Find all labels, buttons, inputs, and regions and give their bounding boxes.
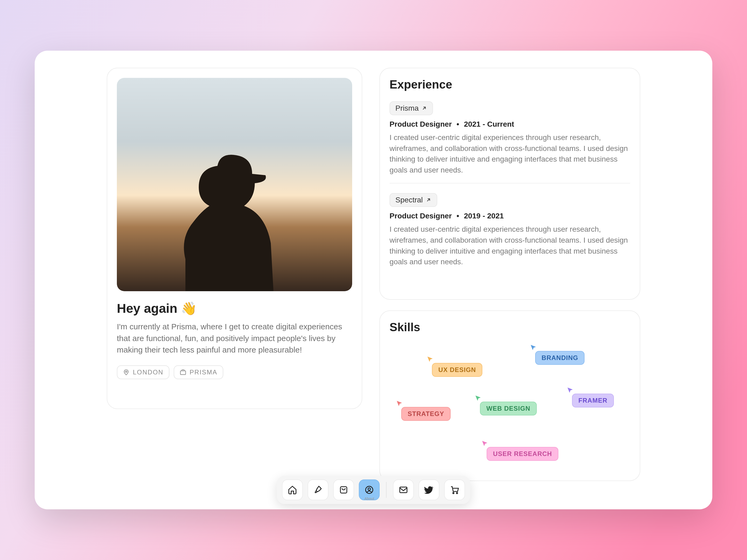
role-period: 2021 - Current [464, 120, 514, 128]
person-silhouette [153, 121, 292, 291]
skill-tag-web[interactable]: WEB DESIGN [480, 402, 537, 416]
experience-card: Experience Prisma Product Designer • 202… [379, 68, 640, 300]
company-link[interactable]: Prisma [389, 101, 433, 115]
external-link-icon [426, 197, 431, 203]
role-title: Product Designer [389, 212, 452, 220]
cursor-icon [474, 395, 482, 402]
profile-description: I'm currently at Prisma, where I get to … [117, 321, 352, 356]
dock-divider [386, 482, 387, 498]
nav-about[interactable]: About [359, 479, 380, 500]
skills-card: Skills UX DESIGN BRANDING STRATEGY WEB D… [379, 311, 640, 481]
skill-tag-framer[interactable]: FRAMER [572, 394, 614, 407]
profile-card: Hey again 👋 I'm currently at Prisma, whe… [107, 68, 362, 409]
experience-description: I created user-centric digital experienc… [389, 224, 630, 267]
bag-icon [339, 485, 349, 495]
svg-point-7 [457, 492, 458, 494]
cursor-icon [530, 344, 537, 351]
skill-tag-strategy[interactable]: STRATEGY [401, 407, 450, 421]
svg-point-4 [368, 488, 370, 490]
company-name: Spectral [395, 196, 423, 204]
app-window: Hey again 👋 I'm currently at Prisma, whe… [35, 51, 712, 509]
cart-icon [450, 485, 459, 495]
role-period: 2019 - 2021 [464, 212, 504, 220]
svg-rect-5 [400, 487, 407, 493]
external-link-icon [421, 105, 427, 111]
briefcase-icon [180, 369, 186, 376]
experience-title: Experience [389, 78, 630, 91]
bottom-dock: About [277, 476, 470, 504]
svg-point-0 [125, 371, 127, 372]
nav-shop[interactable] [444, 479, 465, 500]
cursor-icon [481, 440, 488, 447]
company-chip: PRISMA [174, 365, 223, 379]
nav-twitter[interactable] [419, 479, 439, 500]
skill-tag-branding[interactable]: BRANDING [535, 351, 585, 365]
cursor-icon [396, 400, 403, 407]
cursor-icon [567, 387, 573, 394]
location-text: LONDON [133, 369, 163, 376]
nav-active-label: About [364, 497, 374, 501]
experience-item: Spectral Product Designer • 2019 - 2021 … [389, 183, 630, 275]
map-pin-icon [123, 369, 130, 376]
company-link[interactable]: Spectral [389, 193, 437, 207]
profile-photo [117, 78, 352, 291]
nav-gallery[interactable] [333, 479, 354, 500]
nav-mail[interactable] [393, 479, 414, 500]
role-title: Product Designer [389, 120, 452, 128]
skills-title: Skills [389, 321, 630, 334]
nav-home[interactable] [282, 479, 303, 500]
company-text: PRISMA [190, 369, 217, 376]
location-chip: LONDON [117, 365, 170, 379]
skill-tag-ux[interactable]: UX DESIGN [432, 363, 482, 377]
experience-item: Prisma Product Designer • 2021 - Current… [389, 99, 630, 183]
user-circle-icon [364, 485, 374, 495]
nav-work[interactable] [308, 479, 328, 500]
experience-description: I created user-centric digital experienc… [389, 132, 630, 176]
mail-icon [398, 485, 408, 495]
skill-tag-research[interactable]: USER RESEARCH [487, 447, 558, 461]
svg-point-6 [453, 492, 454, 494]
home-icon [288, 485, 297, 495]
brush-icon [313, 485, 323, 495]
twitter-icon [424, 485, 434, 495]
company-name: Prisma [395, 104, 419, 112]
cursor-icon [427, 356, 434, 363]
profile-greeting: Hey again 👋 [117, 301, 352, 316]
svg-rect-1 [180, 371, 186, 374]
